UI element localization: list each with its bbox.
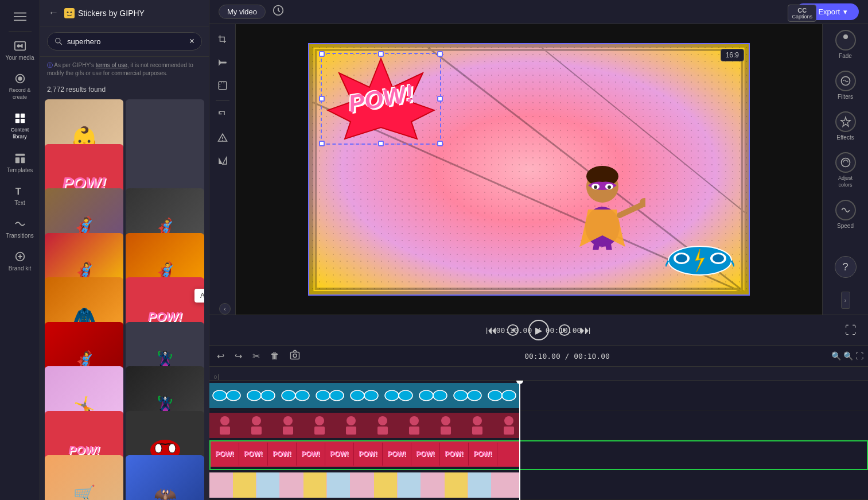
svg-rect-73 <box>303 472 326 498</box>
search-input[interactable] <box>67 37 185 46</box>
sticker-item[interactable]: 🛒 <box>45 455 123 500</box>
comic-track-clip[interactable] <box>209 472 519 498</box>
zoom-in-button[interactable]: 🔍 <box>843 351 853 361</box>
skip-to-end-button[interactable]: ⏭ <box>580 324 591 337</box>
playback-time: 00:10.00 / 00:10.00 <box>496 326 582 335</box>
search-clear-button[interactable]: × <box>189 36 194 46</box>
fade-dial[interactable] <box>835 30 856 51</box>
crop-icon <box>217 34 228 45</box>
pow-thumb: POW! <box>440 443 469 466</box>
giphy-terms-link[interactable]: terms of use <box>96 62 127 68</box>
speed-label: Speed <box>837 223 854 229</box>
crop-tool-button[interactable] <box>213 30 232 49</box>
collapse-right-panel-button[interactable]: › <box>841 292 850 309</box>
resize-tool-button[interactable] <box>213 76 232 95</box>
project-tab[interactable]: My video <box>219 5 266 19</box>
track-content-comic[interactable] <box>209 470 868 499</box>
blue-track-clip[interactable] <box>209 383 519 408</box>
svg-rect-1 <box>14 16 26 17</box>
effects-icon <box>840 116 851 127</box>
handle-bot-right[interactable] <box>437 141 443 146</box>
pow-thumb: POW! <box>297 443 325 466</box>
speed-icon <box>840 204 851 216</box>
back-button[interactable]: ← <box>47 6 60 20</box>
aspect-ratio-badge[interactable]: 16:9 <box>721 49 744 61</box>
svg-point-64 <box>227 390 240 401</box>
track-row-red-heroes <box>209 410 868 440</box>
sidebar-item-brand[interactable]: Brand kit <box>0 246 40 276</box>
flip-tool-button[interactable] <box>213 151 232 170</box>
svg-rect-79 <box>445 472 468 498</box>
save-button[interactable] <box>273 5 284 19</box>
svg-point-52 <box>676 254 687 262</box>
svg-rect-78 <box>421 472 444 498</box>
sidebar-item-text[interactable]: T Text <box>0 180 40 211</box>
pow-thumb: POW! <box>239 443 268 466</box>
fade-control[interactable]: Fade <box>835 30 856 59</box>
results-count-text: 2,772 results found <box>47 86 106 94</box>
sidebar-item-content[interactable]: Contentlibrary <box>0 107 40 145</box>
adjust-colors-control[interactable]: Adjustcolors <box>835 152 856 188</box>
svg-rect-72 <box>280 472 303 498</box>
handle-bot-left[interactable] <box>319 141 325 146</box>
handle-mid-right[interactable] <box>437 96 443 102</box>
sidebar-item-templates[interactable]: Templates <box>0 148 40 178</box>
timeline-tracks: POW! POW! POW! POW! POW! POW! POW! POW! … <box>209 381 868 500</box>
transitions-icon <box>14 218 26 230</box>
track-content-pow[interactable]: POW! POW! POW! POW! POW! POW! POW! POW! … <box>211 441 867 469</box>
svg-rect-11 <box>15 154 25 156</box>
track-content-blue[interactable] <box>209 381 868 410</box>
effects-dial[interactable] <box>835 111 856 132</box>
speed-dial[interactable] <box>835 200 856 220</box>
speed-control[interactable]: Speed <box>835 200 856 229</box>
sidebar-item-record[interactable]: Record &create <box>0 68 40 105</box>
fit-timeline-button[interactable]: ⛶ <box>855 351 863 361</box>
handle-mid-left[interactable] <box>319 96 325 102</box>
timeline-redo-button[interactable]: ↪ <box>232 349 245 363</box>
filters-dial[interactable] <box>835 71 856 91</box>
video-canvas: POW! <box>308 43 750 296</box>
red-track-clip[interactable] <box>209 413 519 438</box>
undo-tool-button[interactable] <box>213 105 232 125</box>
timeline-delete-button[interactable]: 🗑 <box>267 349 282 363</box>
trim-tool-button[interactable] <box>213 53 232 72</box>
handle-top-right[interactable] <box>437 51 443 57</box>
svg-point-17 <box>67 11 69 13</box>
collapse-panel-button[interactable]: ‹ <box>219 303 231 315</box>
sidebar-item-your-media[interactable]: Your media <box>0 35 40 65</box>
pow-thumb: POW! <box>411 443 440 466</box>
timeline-section: ↩ ↪ ✂ 🗑 00:10.00 / 00:10.00 🔍 🔍 ⛶ 0 <box>209 345 868 500</box>
svg-point-44 <box>608 185 611 189</box>
svg-point-24 <box>155 444 162 453</box>
svg-rect-0 <box>14 13 26 14</box>
pow-track-clip[interactable]: POW! POW! POW! POW! POW! POW! POW! POW! … <box>211 441 520 467</box>
captions-button[interactable]: CC Captions <box>788 5 816 22</box>
sticker-item[interactable]: 🦇 <box>126 455 204 500</box>
search-container: × <box>40 26 209 57</box>
track-row-pow: POW! POW! POW! POW! POW! POW! POW! POW! … <box>209 440 868 470</box>
track-content-red[interactable] <box>209 410 868 440</box>
timeline-cut-button[interactable]: ✂ <box>250 349 263 363</box>
zoom-out-button[interactable]: 🔍 <box>831 351 841 361</box>
filters-control[interactable]: Filters <box>835 71 856 100</box>
timeline-undo-button[interactable]: ↩ <box>214 349 227 363</box>
timeline-capture-button[interactable] <box>287 348 303 364</box>
sticker-selection-box[interactable]: POW! <box>321 53 441 145</box>
timeline-time-display: 00:10.00 / 00:10.00 <box>308 352 827 361</box>
help-button[interactable]: ? <box>835 256 857 278</box>
svg-rect-9 <box>15 119 19 123</box>
fullscreen-button[interactable]: ⛶ <box>845 324 857 337</box>
sidebar-item-transitions[interactable]: Transitions <box>0 213 40 243</box>
sidebar-item-menu[interactable] <box>0 6 40 28</box>
playhead[interactable] <box>519 381 520 500</box>
playback-bar: ⏮ ▶ ⏭ 00:10.00 / 00:10.00 ⛶ <box>209 315 868 345</box>
flip-icon <box>217 156 228 166</box>
svg-rect-81 <box>492 472 519 498</box>
pow-thumb: POW! <box>469 443 497 466</box>
effects-control[interactable]: Effects <box>835 111 856 141</box>
handle-top-left[interactable] <box>319 51 325 57</box>
capture-icon <box>290 350 300 360</box>
adjust-dial[interactable] <box>835 152 856 173</box>
warning-tool-button[interactable] <box>213 128 232 148</box>
svg-line-20 <box>60 42 62 45</box>
